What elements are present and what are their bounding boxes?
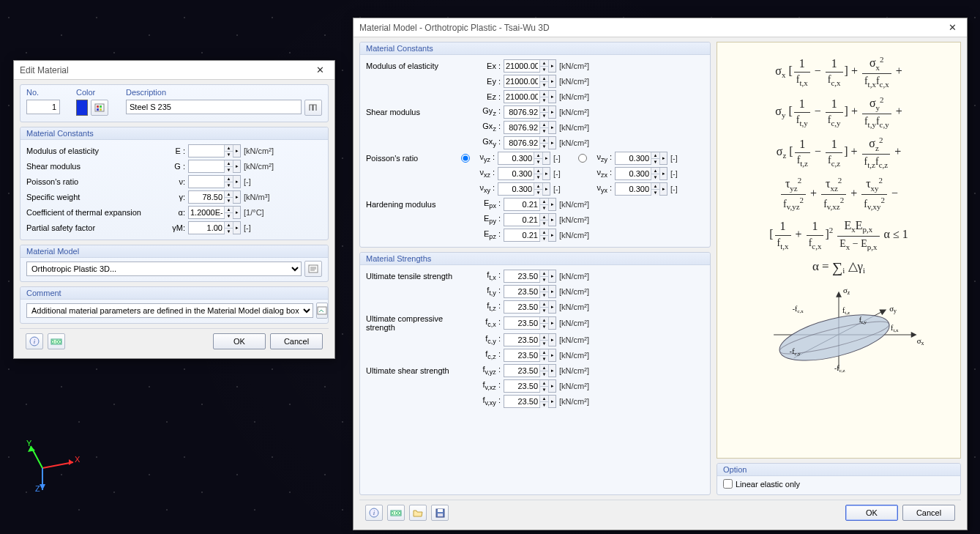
no-input[interactable] <box>26 100 60 114</box>
param-input[interactable]: ▲▼ ▸ <box>504 121 556 134</box>
strength-input[interactable]: ▲▼ ▸ <box>504 333 556 346</box>
spinner-icon[interactable]: ▲▼ <box>539 122 548 133</box>
spinner-icon[interactable]: ▲▼ <box>539 365 548 377</box>
const-input-2[interactable]: ▲▼ ▸ <box>188 175 241 188</box>
spinner-icon[interactable]: ▲▼ <box>539 349 548 361</box>
strength-input[interactable]: ▲▼ ▸ <box>504 300 556 314</box>
dropdown-icon[interactable]: ▸ <box>548 301 556 313</box>
dropdown-icon[interactable]: ▸ <box>233 176 240 188</box>
nu-input[interactable]: ▲▼ ▸ <box>498 167 550 180</box>
spinner-icon[interactable]: ▲▼ <box>224 207 233 218</box>
spinner-icon[interactable]: ▲▼ <box>539 229 548 241</box>
nu-input[interactable]: ▲▼ ▸ <box>498 182 550 196</box>
dropdown-icon[interactable]: ▸ <box>548 137 556 149</box>
save-button[interactable] <box>431 505 449 521</box>
param-input[interactable]: ▲▼ ▸ <box>504 75 556 88</box>
spinner-icon[interactable]: ▲▼ <box>224 145 233 157</box>
dropdown-icon[interactable]: ▸ <box>548 106 556 118</box>
param-input[interactable]: ▲▼ ▸ <box>504 229 556 242</box>
dropdown-icon[interactable]: ▸ <box>233 145 240 157</box>
dropdown-icon[interactable]: ▸ <box>659 152 667 164</box>
dropdown-icon[interactable]: ▸ <box>548 349 556 361</box>
nu-input[interactable]: ▲▼ ▸ <box>498 152 550 165</box>
poisson-right-radio[interactable] <box>578 154 587 163</box>
dropdown-icon[interactable]: ▸ <box>548 60 556 72</box>
spinner-icon[interactable]: ▲▼ <box>539 270 548 282</box>
ok-button[interactable]: OK <box>845 505 898 521</box>
spinner-icon[interactable]: ▲▼ <box>539 301 548 313</box>
close-icon[interactable]: ✕ <box>311 64 329 77</box>
spinner-icon[interactable]: ▲▼ <box>539 334 548 346</box>
spinner-icon[interactable]: ▲▼ <box>539 106 548 118</box>
param-input[interactable]: ▲▼ ▸ <box>504 198 556 211</box>
spinner-icon[interactable]: ▲▼ <box>539 137 548 149</box>
dropdown-icon[interactable]: ▸ <box>542 152 550 164</box>
spinner-icon[interactable]: ▲▼ <box>534 183 542 195</box>
dropdown-icon[interactable]: ▸ <box>548 214 556 226</box>
cancel-button[interactable]: Cancel <box>902 505 955 521</box>
dropdown-icon[interactable]: ▸ <box>233 160 240 172</box>
dropdown-icon[interactable]: ▸ <box>659 183 667 195</box>
spinner-icon[interactable]: ▲▼ <box>651 168 659 179</box>
dropdown-icon[interactable]: ▸ <box>542 168 550 179</box>
strength-input[interactable]: ▲▼ ▸ <box>504 349 556 362</box>
param-input[interactable]: ▲▼ ▸ <box>504 90 556 103</box>
nu-input[interactable]: ▲▼ ▸ <box>615 182 667 196</box>
spinner-icon[interactable]: ▲▼ <box>539 91 548 103</box>
spinner-icon[interactable]: ▲▼ <box>534 152 542 164</box>
comment-edit-button[interactable] <box>316 303 328 319</box>
dropdown-icon[interactable]: ▸ <box>548 270 556 282</box>
comment-combo[interactable]: Additional material parameters are defin… <box>26 303 313 318</box>
nu-input[interactable]: ▲▼ ▸ <box>615 152 667 165</box>
const-input-1[interactable]: ▲▼ ▸ <box>188 160 241 173</box>
spinner-icon[interactable]: ▲▼ <box>539 60 548 72</box>
units-button[interactable]: 0.00 <box>387 505 405 521</box>
dropdown-icon[interactable]: ▸ <box>548 365 556 377</box>
dropdown-icon[interactable]: ▸ <box>548 199 556 210</box>
const-input-0[interactable]: ▲▼ ▸ <box>188 144 241 157</box>
dropdown-icon[interactable]: ▸ <box>548 229 556 241</box>
spinner-icon[interactable]: ▲▼ <box>651 152 659 164</box>
const-input-4[interactable]: ▲▼ ▸ <box>188 206 241 219</box>
cancel-button[interactable]: Cancel <box>270 333 323 349</box>
material-model-details-button[interactable] <box>304 261 322 277</box>
spinner-icon[interactable]: ▲▼ <box>539 199 548 210</box>
linear-elastic-checkbox[interactable]: Linear elastic only <box>723 479 800 489</box>
close-icon[interactable]: ✕ <box>943 21 961 34</box>
dropdown-icon[interactable]: ▸ <box>233 191 240 203</box>
strength-input[interactable]: ▲▼ ▸ <box>504 395 556 408</box>
dropdown-icon[interactable]: ▸ <box>548 122 556 133</box>
strength-input[interactable]: ▲▼ ▸ <box>504 285 556 298</box>
strength-input[interactable]: ▲▼ ▸ <box>504 364 556 377</box>
spinner-icon[interactable]: ▲▼ <box>224 160 233 172</box>
spinner-icon[interactable]: ▲▼ <box>539 317 548 329</box>
ok-button[interactable]: OK <box>213 333 266 349</box>
strength-input[interactable]: ▲▼ ▸ <box>504 270 556 283</box>
description-input[interactable] <box>126 100 302 114</box>
spinner-icon[interactable]: ▲▼ <box>224 176 233 188</box>
param-input[interactable]: ▲▼ ▸ <box>504 59 556 73</box>
strength-input[interactable]: ▲▼ ▸ <box>504 379 556 393</box>
material-model-select[interactable]: Orthotropic Plastic 3D... <box>26 262 302 276</box>
poisson-left-radio[interactable] <box>461 154 470 163</box>
param-input[interactable]: ▲▼ ▸ <box>504 213 556 226</box>
dropdown-icon[interactable]: ▸ <box>548 91 556 103</box>
const-input-5[interactable]: ▲▼ ▸ <box>188 221 241 234</box>
spinner-icon[interactable]: ▲▼ <box>224 191 233 203</box>
spinner-icon[interactable]: ▲▼ <box>539 396 548 407</box>
dropdown-icon[interactable]: ▸ <box>548 396 556 407</box>
dropdown-icon[interactable]: ▸ <box>548 286 556 297</box>
color-swatch[interactable] <box>76 100 88 116</box>
spinner-icon[interactable]: ▲▼ <box>224 222 233 234</box>
spinner-icon[interactable]: ▲▼ <box>539 286 548 297</box>
spinner-icon[interactable]: ▲▼ <box>539 75 548 87</box>
open-button[interactable] <box>409 505 427 521</box>
color-picker-button[interactable] <box>91 100 108 116</box>
dropdown-icon[interactable]: ▸ <box>542 183 550 195</box>
units-button[interactable]: 0.00 <box>48 333 65 349</box>
library-button[interactable] <box>304 100 322 116</box>
dropdown-icon[interactable]: ▸ <box>233 222 240 234</box>
dropdown-icon[interactable]: ▸ <box>233 207 240 218</box>
spinner-icon[interactable]: ▲▼ <box>651 183 659 195</box>
param-input[interactable]: ▲▼ ▸ <box>504 136 556 149</box>
